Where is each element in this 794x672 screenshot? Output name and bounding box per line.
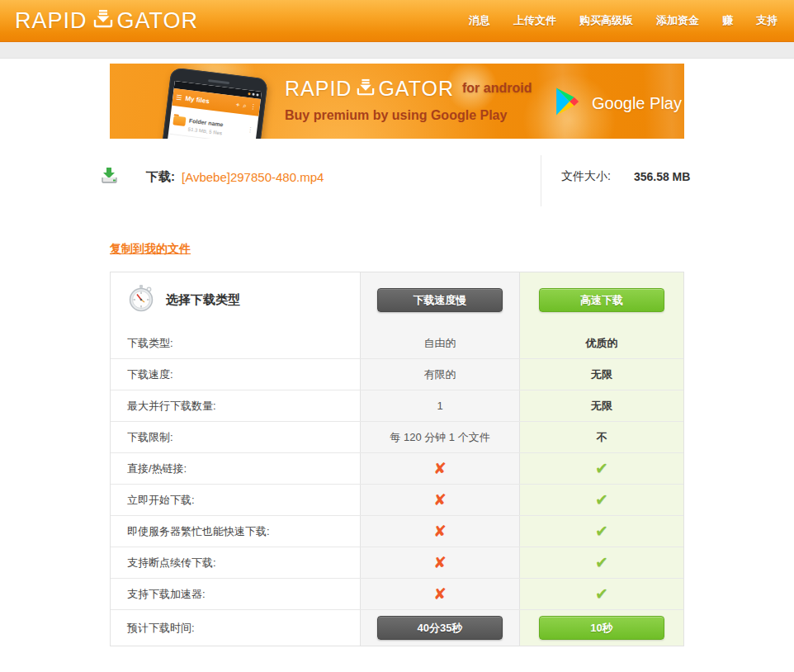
check-mark-icon: ✔ xyxy=(595,555,608,570)
feature-label: 下载限制: xyxy=(111,422,360,452)
free-value-cell: ✘ xyxy=(360,516,520,547)
premium-value-cell: 无限 xyxy=(520,390,683,421)
slow-time-cell: 40分35秒 xyxy=(360,610,520,646)
premium-value-cell: 优质的 xyxy=(520,328,683,358)
premium-value-cell: 无限 xyxy=(520,359,683,390)
slow-download-header-cell: 下载速度慢 xyxy=(360,272,520,328)
feature-label: 支持断点续传下载: xyxy=(111,547,360,578)
table-row: 立即开始下载: ✘ ✔ xyxy=(111,484,683,515)
table-row: 下载限制: 每 120 分钟 1 个文件 不 xyxy=(111,421,683,452)
banner-title-rapid: RAPID xyxy=(285,77,352,101)
feature-label: 支持下载加速器: xyxy=(111,579,360,609)
android-phone-mockup: ☰ My files + ⌕ ⋮ Folder name51.3 MB, 5 f… xyxy=(154,67,268,139)
free-value-cell: 有限的 xyxy=(360,359,520,390)
feature-label: 下载类型: xyxy=(111,328,360,358)
file-download-block: 下载: [Avbebe]297850-480.mp4 xyxy=(101,166,324,187)
feature-label: 即使服务器繁忙也能快速下载: xyxy=(111,516,360,547)
download-type-table: 选择下载类型 下载速度慢 高速下载 下载类型: 自由的 优质的 下载速度: 有限… xyxy=(110,272,684,646)
banner-subtitle: Buy premium by using Google Play xyxy=(285,108,532,123)
download-label: 下载: xyxy=(146,169,175,185)
fast-download-button[interactable]: 高速下载 xyxy=(539,288,664,312)
rapidgator-logo[interactable]: RAPID GATOR xyxy=(15,7,198,35)
premium-value-cell: ✔ xyxy=(520,453,683,484)
nav-item-4[interactable]: 赚 xyxy=(722,13,733,28)
check-mark-icon: ✔ xyxy=(595,586,608,602)
free-value-cell: ✘ xyxy=(360,485,520,515)
feature-label: 最大并行下载数量: xyxy=(111,390,360,421)
download-arrow-icon xyxy=(356,78,376,102)
top-header: RAPID GATOR 消息上传文件购买高级版添加资金赚支持 xyxy=(0,0,794,42)
table-row: 支持断点续传下载: ✘ ✔ xyxy=(111,547,683,578)
banner-title: RAPID GATOR for android xyxy=(285,75,532,102)
table-title: 选择下载类型 xyxy=(166,292,240,308)
table-row: 直接/热链接: ✘ ✔ xyxy=(111,452,683,484)
file-size-label: 文件大小: xyxy=(561,169,611,184)
x-mark-icon: ✘ xyxy=(433,586,447,602)
check-mark-icon: ✔ xyxy=(595,523,608,539)
x-mark-icon: ✘ xyxy=(433,461,447,476)
file-size-block: 文件大小: 356.58 MB xyxy=(561,169,690,184)
x-mark-icon: ✘ xyxy=(433,492,447,508)
add-icon: + xyxy=(235,101,240,109)
google-play-link[interactable]: Google Play xyxy=(554,87,682,120)
free-value-cell: ✘ xyxy=(360,579,520,609)
free-value-cell: 自由的 xyxy=(360,328,520,358)
logo-text-gator: GATOR xyxy=(117,8,199,34)
logo-text-rapid: RAPID xyxy=(15,8,87,34)
google-play-label: Google Play xyxy=(592,94,682,113)
slow-time-button[interactable]: 40分35秒 xyxy=(377,616,503,640)
premium-value-cell: ✔ xyxy=(520,579,683,609)
banner-text-block: RAPID GATOR for android Buy premium by u… xyxy=(285,75,532,123)
x-mark-icon: ✘ xyxy=(433,555,447,570)
check-mark-icon: ✔ xyxy=(595,492,608,508)
table-row: 下载类型: 自由的 优质的 xyxy=(111,328,683,358)
premium-value-cell: ✔ xyxy=(520,516,683,547)
nav-item-0[interactable]: 消息 xyxy=(469,13,490,28)
overflow-menu-icon: ⋮ xyxy=(249,102,257,111)
stopwatch-icon xyxy=(127,284,155,316)
premium-value-cell: 不 xyxy=(520,422,683,452)
file-info-section: 下载: [Avbebe]297850-480.mp4 文件大小: 356.58 … xyxy=(0,151,794,211)
table-header-row: 选择下载类型 下载速度慢 高速下载 xyxy=(111,272,683,328)
banner-title-gator: GATOR xyxy=(378,77,454,101)
feature-label: 立即开始下载: xyxy=(111,485,360,515)
status-dot xyxy=(248,92,250,95)
x-mark-icon: ✘ xyxy=(433,523,447,539)
feature-label: 直接/热链接: xyxy=(111,453,360,484)
file-size-value: 356.58 MB xyxy=(634,170,690,183)
table-row: 即使服务器繁忙也能快速下载: ✘ ✔ xyxy=(111,515,683,547)
slow-download-button[interactable]: 下载速度慢 xyxy=(377,288,503,312)
fast-download-header-cell: 高速下载 xyxy=(520,272,683,328)
phone-app-title: My files xyxy=(185,95,233,108)
file-name-link[interactable]: [Avbebe]297850-480.mp4 xyxy=(182,170,324,184)
top-navigation: 消息上传文件购买高级版添加资金赚支持 xyxy=(469,13,777,28)
fast-time-button[interactable]: 10秒 xyxy=(539,616,664,640)
banner-for-android: for android xyxy=(462,81,532,96)
table-footer-row: 预计下载时间: 40分35秒 10秒 xyxy=(111,609,683,646)
check-mark-icon: ✔ xyxy=(595,461,608,476)
download-file-icon xyxy=(101,166,118,187)
table-row: 最大并行下载数量: 1 无限 xyxy=(111,390,683,421)
nav-item-2[interactable]: 购买高级版 xyxy=(579,13,633,28)
overflow-menu-icon: ⋮ xyxy=(247,125,254,134)
google-play-icon xyxy=(554,87,582,120)
vertical-divider xyxy=(541,155,541,206)
nav-item-3[interactable]: 添加资金 xyxy=(656,13,699,28)
folder-icon xyxy=(173,116,186,126)
phone-screen: ☰ My files + ⌕ ⋮ Folder name51.3 MB, 5 f… xyxy=(160,81,262,139)
nav-item-1[interactable]: 上传文件 xyxy=(513,13,556,28)
nav-item-5[interactable]: 支持 xyxy=(756,13,777,28)
hamburger-menu-icon: ☰ xyxy=(176,93,182,102)
search-icon: ⌕ xyxy=(243,102,248,110)
status-dot xyxy=(256,93,258,96)
free-value-cell: ✘ xyxy=(360,547,520,578)
android-promo-banner[interactable]: ☰ My files + ⌕ ⋮ Folder name51.3 MB, 5 f… xyxy=(110,64,684,139)
copy-to-my-files-link[interactable]: 复制到我的文件 xyxy=(110,242,191,257)
free-value-cell: 1 xyxy=(360,390,520,421)
fast-time-cell: 10秒 xyxy=(520,610,683,646)
premium-value-cell: ✔ xyxy=(520,547,683,578)
feature-label: 下载速度: xyxy=(111,359,360,390)
choose-download-type-cell: 选择下载类型 xyxy=(111,272,360,328)
status-dot xyxy=(252,93,254,96)
free-value-cell: 每 120 分钟 1 个文件 xyxy=(360,422,520,452)
